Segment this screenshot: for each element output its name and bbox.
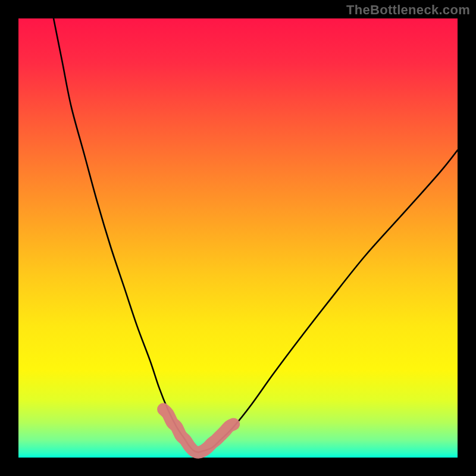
attribution-text: TheBottleneck.com	[346, 2, 470, 18]
chart-svg	[18, 18, 458, 458]
highlight-band	[164, 409, 234, 452]
left-curve	[54, 18, 199, 452]
right-curve	[199, 150, 458, 452]
